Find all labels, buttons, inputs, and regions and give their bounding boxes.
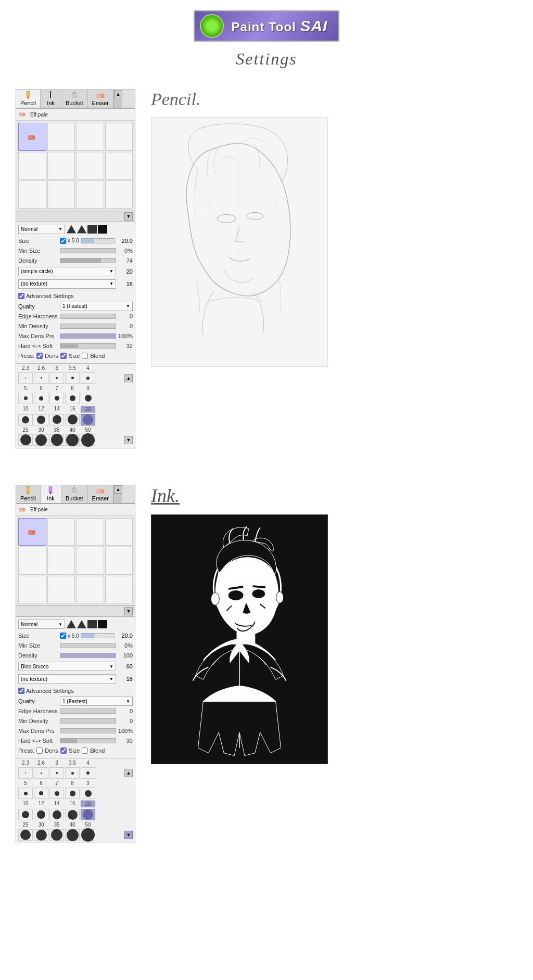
brush-cell-4[interactable] [105, 123, 133, 151]
ink-brush-dot-35[interactable] [49, 829, 64, 841]
brush-cell-2[interactable] [47, 123, 75, 151]
density-row: Density 74 [18, 256, 133, 265]
qualty-select[interactable]: 1 (Fastest) ▼ [60, 302, 133, 311]
ink-brush-dot-12[interactable] [34, 809, 48, 820]
ink-size-checkbox[interactable] [60, 633, 66, 639]
ink-brush-dot-3[interactable] [49, 767, 64, 779]
ink-brush-grid-scroll[interactable]: ▼ [124, 607, 133, 615]
tab-pencil[interactable]: Pencil [16, 90, 41, 108]
ink-brush-dot-10[interactable] [18, 809, 33, 820]
ink-scroll-up-btn[interactable]: ▲ [114, 485, 122, 494]
ink-brush-dot-16[interactable] [65, 809, 80, 820]
brush-cell-6[interactable] [47, 152, 75, 180]
ink-brush-dot-3.5[interactable] [65, 767, 80, 779]
brush-cell-5[interactable] [18, 152, 46, 180]
tab-eraser[interactable]: Eraser [88, 90, 113, 108]
texture-select[interactable]: (no texture) ▼ [18, 279, 116, 289]
brush-cell-7[interactable] [76, 152, 104, 180]
size-checkbox[interactable] [60, 238, 66, 244]
ink-brush-dot-14[interactable] [49, 809, 64, 820]
ink-brush-cell-6[interactable] [47, 547, 75, 575]
brush-dot-4[interactable] [81, 372, 95, 384]
ink-advanced-checkbox[interactable] [18, 688, 24, 694]
brush-cell-11[interactable] [76, 180, 104, 209]
brush-dot-20[interactable] [81, 414, 95, 425]
ink-brush-dot-25[interactable] [18, 829, 33, 841]
brush-dot-14[interactable] [49, 414, 64, 425]
ink-brush-cell-12[interactable] [105, 576, 133, 604]
brush-dot-40[interactable] [65, 434, 80, 446]
press-blend-checkbox[interactable] [82, 353, 88, 359]
brush-dot-25[interactable] [18, 434, 33, 446]
ink-qualty-select[interactable]: 1 (Fastest) ▼ [60, 697, 133, 706]
ink-brush-dot-40[interactable] [65, 829, 80, 841]
ink-tab-bucket[interactable]: Bucket [61, 485, 88, 503]
ink-brush-cell-2[interactable] [47, 518, 75, 546]
ink-brush-dot-50[interactable] [81, 829, 95, 841]
brush-dot-6[interactable] [34, 393, 48, 404]
ink-brush-dot-2.3[interactable] [18, 767, 33, 779]
ink-brush-dot-20[interactable] [81, 809, 95, 820]
press-dens-checkbox[interactable] [36, 353, 43, 359]
ink-brush-cell-10[interactable] [47, 576, 75, 604]
ink-brush-cell-5[interactable] [18, 547, 46, 575]
advanced-checkbox[interactable] [18, 293, 24, 299]
brush-dot-35[interactable] [49, 434, 64, 446]
brush-dot-5[interactable] [18, 393, 33, 404]
blend-mode-select[interactable]: Normal ▼ [18, 225, 65, 234]
ink-press-blend-checkbox[interactable] [82, 747, 88, 754]
brush-dot-16[interactable] [65, 414, 80, 425]
brush-dot-30[interactable] [34, 434, 48, 446]
ink-brush-size-scroll-down[interactable]: ▼ [124, 831, 133, 839]
ink-brush-cell-4[interactable] [105, 518, 133, 546]
ink-brush-size-scroll-up[interactable]: ▲ [124, 769, 133, 777]
brush-dot-8[interactable] [65, 393, 80, 404]
tab-ink[interactable]: Ink [41, 90, 61, 108]
shape-select[interactable]: (simple circle) ▼ [18, 267, 116, 276]
ink-tab-eraser[interactable]: Eraser [88, 485, 113, 503]
brush-dot-2.6[interactable] [34, 372, 48, 384]
ink-brush-dot-9[interactable] [81, 788, 95, 799]
ink-tab-pencil[interactable]: Pencil [16, 485, 41, 503]
brush-dot-2.3[interactable] [18, 372, 33, 384]
press-size-checkbox[interactable] [60, 353, 67, 359]
ink-blend-mode-select[interactable]: Normal ▼ [18, 620, 65, 629]
brush-cell-3[interactable] [76, 123, 104, 151]
ink-shape-select[interactable]: Blob Stucco ▼ [18, 662, 116, 671]
ink-brush-cell-7[interactable] [76, 547, 104, 575]
ink-brush-dot-5[interactable] [18, 788, 33, 799]
tab-bucket[interactable]: Bucket [61, 90, 88, 108]
ink-brush-dot-2.6[interactable] [34, 767, 48, 779]
brush-cell-1[interactable] [18, 123, 46, 151]
scroll-up-btn[interactable]: ▲ [114, 90, 122, 98]
brush-cell-10[interactable] [47, 180, 75, 209]
brush-dot-12[interactable] [34, 414, 48, 425]
brush-dot-3[interactable] [49, 372, 64, 384]
ink-brush-dot-8[interactable] [65, 788, 80, 799]
brush-size-scroll-down[interactable]: ▼ [124, 436, 133, 444]
ink-brush-dot-7[interactable] [49, 788, 64, 799]
brush-size-scroll-up[interactable]: ▲ [124, 374, 133, 382]
brush-grid-scroll[interactable]: ▼ [124, 212, 133, 221]
ink-press-dens-checkbox[interactable] [36, 747, 43, 754]
brush-dot-10[interactable] [18, 414, 33, 425]
ink-texture-select[interactable]: (no texture) ▼ [18, 674, 116, 684]
ink-brush-cell-9[interactable] [18, 576, 46, 604]
ink-brush-cell-8[interactable] [105, 547, 133, 575]
ink-brush-cell-11[interactable] [76, 576, 104, 604]
brush-dot-50[interactable] [81, 434, 95, 446]
brush-dot-7[interactable] [49, 393, 64, 404]
brush-dot-3.5[interactable] [65, 372, 80, 384]
ink-brush-cell-1[interactable] [18, 518, 46, 546]
ink-brush-dot-30[interactable] [34, 829, 48, 841]
ink-brush-cell-3[interactable] [76, 518, 104, 546]
tab-ink-label: Ink [47, 100, 55, 106]
ink-brush-dot-6[interactable] [34, 788, 48, 799]
ink-tab-ink[interactable]: Ink [41, 485, 61, 503]
brush-dot-9[interactable] [81, 393, 95, 404]
ink-press-size-checkbox[interactable] [60, 747, 67, 754]
brush-cell-12[interactable] [105, 180, 133, 209]
ink-brush-dot-4[interactable] [81, 767, 95, 779]
brush-cell-9[interactable] [18, 180, 46, 209]
brush-cell-8[interactable] [105, 152, 133, 180]
